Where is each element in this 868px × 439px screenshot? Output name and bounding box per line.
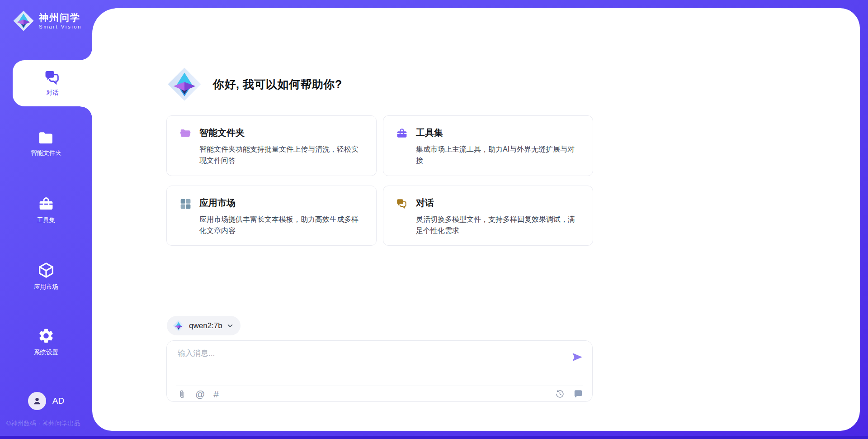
feedback-button[interactable] <box>573 389 583 399</box>
sidebar-item-tools[interactable]: 工具集 <box>0 196 92 224</box>
sidebar: 神州问学 Smart Vision 对话 智能文件夹 <box>0 0 92 439</box>
user-name: AD <box>52 396 64 406</box>
avatar <box>28 392 46 410</box>
chevron-down-icon <box>227 323 233 329</box>
at-icon[interactable]: @ <box>195 389 205 399</box>
copyright: ©神州数码 · 神州问学出品 <box>6 420 80 428</box>
attach-button[interactable] <box>178 389 187 399</box>
history-icon <box>555 389 565 399</box>
card-title: 智能文件夹 <box>199 127 361 139</box>
chat-bubble-icon <box>573 389 583 398</box>
message-input[interactable] <box>178 348 548 377</box>
history-button[interactable] <box>555 389 565 399</box>
card-toolset[interactable]: 工具集 集成市场上主流工具，助力AI与外界无缝扩展与对接 <box>383 115 593 176</box>
brand-name: 神州问学 <box>39 12 82 23</box>
card-description: 集成市场上主流工具，助力AI与外界无缝扩展与对接 <box>416 143 577 167</box>
user-menu[interactable]: AD <box>0 392 92 410</box>
gear-icon <box>38 327 55 344</box>
grid-icon <box>179 198 191 210</box>
card-description: 智能文件夹功能支持批量文件上传与清洗，轻松实现文件问答 <box>199 143 361 167</box>
brand-subtitle: Smart Vision <box>39 24 82 29</box>
folder-icon <box>38 130 54 145</box>
paperclip-icon <box>178 389 187 399</box>
model-name: qwen2:7b <box>189 321 222 330</box>
person-icon <box>32 396 42 406</box>
send-button[interactable] <box>571 351 584 364</box>
sidebar-item-chat[interactable]: 对话 <box>13 60 92 106</box>
card-app-market[interactable]: 应用市场 应用市场提供丰富长文本模板，助力高效生成多样化文章内容 <box>166 186 377 246</box>
card-smart-folder[interactable]: 智能文件夹 智能文件夹功能支持批量文件上传与清洗，轻松实现文件问答 <box>166 115 377 176</box>
send-icon <box>571 351 584 363</box>
bottom-accent-bar <box>0 436 868 439</box>
card-body: 智能文件夹 智能文件夹功能支持批量文件上传与清洗，轻松实现文件问答 <box>199 127 361 167</box>
diamond-logo-icon <box>13 10 34 32</box>
briefcase-icon <box>38 196 54 212</box>
sidebar-item-label: 工具集 <box>37 216 56 224</box>
card-body: 工具集 集成市场上主流工具，助力AI与外界无缝扩展与对接 <box>416 127 577 167</box>
card-title: 工具集 <box>416 127 577 139</box>
card-body: 应用市场 应用市场提供丰富长文本模板，助力高效生成多样化文章内容 <box>199 197 361 237</box>
diamond-logo-icon <box>173 320 184 332</box>
card-body: 对话 灵活切换多模型文件，支持多样回复效果调试，满足个性化需求 <box>416 197 577 237</box>
card-description: 灵活切换多模型文件，支持多样回复效果调试，满足个性化需求 <box>416 214 577 237</box>
card-title: 应用市场 <box>199 197 361 209</box>
sidebar-item-settings[interactable]: 系统设置 <box>0 327 92 357</box>
brand: 神州问学 Smart Vision <box>13 10 82 32</box>
sidebar-item-label: 智能文件夹 <box>31 149 61 157</box>
card-chat[interactable]: 对话 灵活切换多模型文件，支持多样回复效果调试，满足个性化需求 <box>383 186 593 246</box>
briefcase-icon <box>396 128 408 139</box>
card-title: 对话 <box>416 197 577 209</box>
hash-icon[interactable]: # <box>213 389 219 399</box>
feature-cards: 智能文件夹 智能文件夹功能支持批量文件上传与清洗，轻松实现文件问答 工具集 集成… <box>166 115 593 246</box>
greeting-title: 你好, 我可以如何帮助你? <box>213 77 342 92</box>
sidebar-item-label: 应用市场 <box>34 283 58 291</box>
sidebar-item-label: 系统设置 <box>34 348 58 357</box>
app-root: 神州问学 Smart Vision 对话 智能文件夹 <box>0 0 868 439</box>
chat-icon <box>43 70 61 85</box>
cube-icon <box>38 262 55 279</box>
card-description: 应用市场提供丰富长文本模板，助力高效生成多样化文章内容 <box>199 214 361 237</box>
sidebar-item-folders[interactable]: 智能文件夹 <box>0 130 92 157</box>
composer: @ # <box>166 340 593 402</box>
model-selector[interactable]: qwen2:7b <box>167 316 241 335</box>
sidebar-item-label: 对话 <box>47 89 59 97</box>
greeting: 你好, 我可以如何帮助你? <box>167 67 342 102</box>
sidebar-item-market[interactable]: 应用市场 <box>0 262 92 291</box>
chat-icon <box>396 198 408 210</box>
diamond-logo-icon <box>167 67 202 102</box>
composer-toolbar: @ # <box>178 386 583 402</box>
brand-text: 神州问学 Smart Vision <box>39 12 82 29</box>
folder-open-icon <box>179 128 191 139</box>
